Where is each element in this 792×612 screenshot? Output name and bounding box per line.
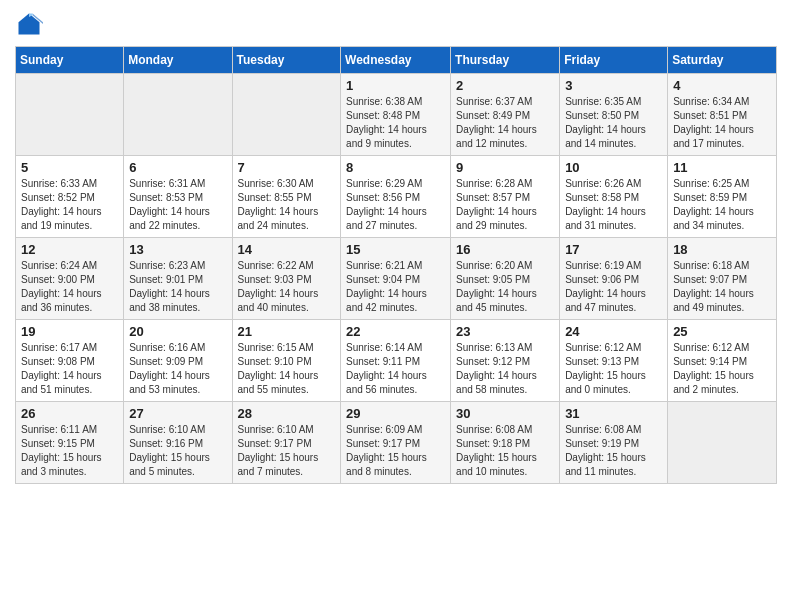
calendar-cell: 3Sunrise: 6:35 AM Sunset: 8:50 PM Daylig…	[560, 74, 668, 156]
calendar-cell: 5Sunrise: 6:33 AM Sunset: 8:52 PM Daylig…	[16, 156, 124, 238]
day-info: Sunrise: 6:30 AM Sunset: 8:55 PM Dayligh…	[238, 177, 336, 233]
day-info: Sunrise: 6:08 AM Sunset: 9:18 PM Dayligh…	[456, 423, 554, 479]
day-info: Sunrise: 6:15 AM Sunset: 9:10 PM Dayligh…	[238, 341, 336, 397]
day-info: Sunrise: 6:24 AM Sunset: 9:00 PM Dayligh…	[21, 259, 118, 315]
calendar-cell: 14Sunrise: 6:22 AM Sunset: 9:03 PM Dayli…	[232, 238, 341, 320]
calendar-week-row: 12Sunrise: 6:24 AM Sunset: 9:00 PM Dayli…	[16, 238, 777, 320]
calendar-cell	[232, 74, 341, 156]
day-info: Sunrise: 6:31 AM Sunset: 8:53 PM Dayligh…	[129, 177, 226, 233]
day-number: 4	[673, 78, 771, 93]
day-number: 15	[346, 242, 445, 257]
calendar-cell: 30Sunrise: 6:08 AM Sunset: 9:18 PM Dayli…	[451, 402, 560, 484]
day-number: 2	[456, 78, 554, 93]
day-number: 28	[238, 406, 336, 421]
calendar-cell: 8Sunrise: 6:29 AM Sunset: 8:56 PM Daylig…	[341, 156, 451, 238]
day-header-friday: Friday	[560, 47, 668, 74]
day-info: Sunrise: 6:34 AM Sunset: 8:51 PM Dayligh…	[673, 95, 771, 151]
day-info: Sunrise: 6:17 AM Sunset: 9:08 PM Dayligh…	[21, 341, 118, 397]
calendar-cell: 7Sunrise: 6:30 AM Sunset: 8:55 PM Daylig…	[232, 156, 341, 238]
day-info: Sunrise: 6:28 AM Sunset: 8:57 PM Dayligh…	[456, 177, 554, 233]
day-info: Sunrise: 6:19 AM Sunset: 9:06 PM Dayligh…	[565, 259, 662, 315]
day-number: 11	[673, 160, 771, 175]
calendar-cell: 12Sunrise: 6:24 AM Sunset: 9:00 PM Dayli…	[16, 238, 124, 320]
day-info: Sunrise: 6:33 AM Sunset: 8:52 PM Dayligh…	[21, 177, 118, 233]
day-number: 20	[129, 324, 226, 339]
day-info: Sunrise: 6:18 AM Sunset: 9:07 PM Dayligh…	[673, 259, 771, 315]
day-info: Sunrise: 6:12 AM Sunset: 9:14 PM Dayligh…	[673, 341, 771, 397]
calendar-cell: 22Sunrise: 6:14 AM Sunset: 9:11 PM Dayli…	[341, 320, 451, 402]
day-number: 27	[129, 406, 226, 421]
calendar-cell: 21Sunrise: 6:15 AM Sunset: 9:10 PM Dayli…	[232, 320, 341, 402]
calendar: SundayMondayTuesdayWednesdayThursdayFrid…	[15, 46, 777, 484]
calendar-cell: 17Sunrise: 6:19 AM Sunset: 9:06 PM Dayli…	[560, 238, 668, 320]
day-info: Sunrise: 6:29 AM Sunset: 8:56 PM Dayligh…	[346, 177, 445, 233]
calendar-cell: 19Sunrise: 6:17 AM Sunset: 9:08 PM Dayli…	[16, 320, 124, 402]
calendar-cell	[16, 74, 124, 156]
day-number: 21	[238, 324, 336, 339]
day-number: 25	[673, 324, 771, 339]
calendar-week-row: 19Sunrise: 6:17 AM Sunset: 9:08 PM Dayli…	[16, 320, 777, 402]
day-number: 31	[565, 406, 662, 421]
day-header-monday: Monday	[124, 47, 232, 74]
calendar-cell: 29Sunrise: 6:09 AM Sunset: 9:17 PM Dayli…	[341, 402, 451, 484]
day-number: 13	[129, 242, 226, 257]
day-info: Sunrise: 6:12 AM Sunset: 9:13 PM Dayligh…	[565, 341, 662, 397]
day-number: 24	[565, 324, 662, 339]
calendar-cell: 20Sunrise: 6:16 AM Sunset: 9:09 PM Dayli…	[124, 320, 232, 402]
day-number: 22	[346, 324, 445, 339]
day-number: 8	[346, 160, 445, 175]
day-info: Sunrise: 6:10 AM Sunset: 9:17 PM Dayligh…	[238, 423, 336, 479]
calendar-cell: 31Sunrise: 6:08 AM Sunset: 9:19 PM Dayli…	[560, 402, 668, 484]
calendar-cell: 9Sunrise: 6:28 AM Sunset: 8:57 PM Daylig…	[451, 156, 560, 238]
day-header-saturday: Saturday	[668, 47, 777, 74]
calendar-header-row: SundayMondayTuesdayWednesdayThursdayFrid…	[16, 47, 777, 74]
calendar-cell: 23Sunrise: 6:13 AM Sunset: 9:12 PM Dayli…	[451, 320, 560, 402]
day-number: 30	[456, 406, 554, 421]
calendar-cell: 18Sunrise: 6:18 AM Sunset: 9:07 PM Dayli…	[668, 238, 777, 320]
day-number: 5	[21, 160, 118, 175]
day-number: 12	[21, 242, 118, 257]
day-number: 18	[673, 242, 771, 257]
day-info: Sunrise: 6:25 AM Sunset: 8:59 PM Dayligh…	[673, 177, 771, 233]
day-info: Sunrise: 6:10 AM Sunset: 9:16 PM Dayligh…	[129, 423, 226, 479]
day-number: 9	[456, 160, 554, 175]
day-info: Sunrise: 6:11 AM Sunset: 9:15 PM Dayligh…	[21, 423, 118, 479]
calendar-cell: 16Sunrise: 6:20 AM Sunset: 9:05 PM Dayli…	[451, 238, 560, 320]
day-number: 1	[346, 78, 445, 93]
day-info: Sunrise: 6:38 AM Sunset: 8:48 PM Dayligh…	[346, 95, 445, 151]
calendar-cell: 13Sunrise: 6:23 AM Sunset: 9:01 PM Dayli…	[124, 238, 232, 320]
calendar-cell	[668, 402, 777, 484]
calendar-cell: 6Sunrise: 6:31 AM Sunset: 8:53 PM Daylig…	[124, 156, 232, 238]
calendar-week-row: 26Sunrise: 6:11 AM Sunset: 9:15 PM Dayli…	[16, 402, 777, 484]
calendar-cell: 10Sunrise: 6:26 AM Sunset: 8:58 PM Dayli…	[560, 156, 668, 238]
calendar-cell: 25Sunrise: 6:12 AM Sunset: 9:14 PM Dayli…	[668, 320, 777, 402]
day-info: Sunrise: 6:09 AM Sunset: 9:17 PM Dayligh…	[346, 423, 445, 479]
calendar-week-row: 1Sunrise: 6:38 AM Sunset: 8:48 PM Daylig…	[16, 74, 777, 156]
day-number: 26	[21, 406, 118, 421]
day-info: Sunrise: 6:21 AM Sunset: 9:04 PM Dayligh…	[346, 259, 445, 315]
calendar-cell: 4Sunrise: 6:34 AM Sunset: 8:51 PM Daylig…	[668, 74, 777, 156]
calendar-cell: 24Sunrise: 6:12 AM Sunset: 9:13 PM Dayli…	[560, 320, 668, 402]
day-info: Sunrise: 6:35 AM Sunset: 8:50 PM Dayligh…	[565, 95, 662, 151]
day-info: Sunrise: 6:23 AM Sunset: 9:01 PM Dayligh…	[129, 259, 226, 315]
calendar-cell: 2Sunrise: 6:37 AM Sunset: 8:49 PM Daylig…	[451, 74, 560, 156]
day-number: 23	[456, 324, 554, 339]
day-info: Sunrise: 6:22 AM Sunset: 9:03 PM Dayligh…	[238, 259, 336, 315]
calendar-cell: 15Sunrise: 6:21 AM Sunset: 9:04 PM Dayli…	[341, 238, 451, 320]
calendar-cell: 28Sunrise: 6:10 AM Sunset: 9:17 PM Dayli…	[232, 402, 341, 484]
day-info: Sunrise: 6:20 AM Sunset: 9:05 PM Dayligh…	[456, 259, 554, 315]
day-info: Sunrise: 6:13 AM Sunset: 9:12 PM Dayligh…	[456, 341, 554, 397]
calendar-week-row: 5Sunrise: 6:33 AM Sunset: 8:52 PM Daylig…	[16, 156, 777, 238]
day-number: 6	[129, 160, 226, 175]
calendar-cell: 11Sunrise: 6:25 AM Sunset: 8:59 PM Dayli…	[668, 156, 777, 238]
day-number: 17	[565, 242, 662, 257]
logo-icon	[15, 10, 43, 38]
logo	[15, 10, 47, 38]
day-number: 3	[565, 78, 662, 93]
day-info: Sunrise: 6:26 AM Sunset: 8:58 PM Dayligh…	[565, 177, 662, 233]
day-header-sunday: Sunday	[16, 47, 124, 74]
day-number: 19	[21, 324, 118, 339]
day-header-tuesday: Tuesday	[232, 47, 341, 74]
header	[15, 10, 777, 38]
day-info: Sunrise: 6:37 AM Sunset: 8:49 PM Dayligh…	[456, 95, 554, 151]
